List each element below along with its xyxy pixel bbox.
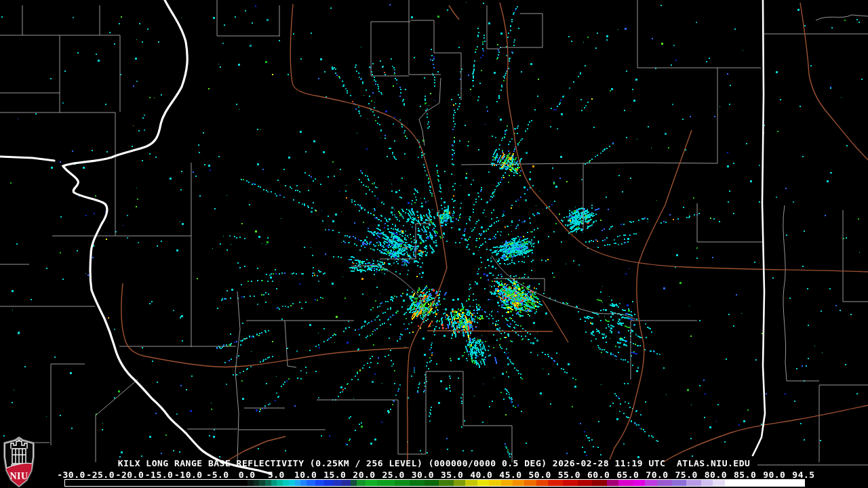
scale-tick-label: 30.0 (412, 470, 434, 479)
map-line (380, 216, 429, 259)
scale-tick-label: -5.0 (206, 470, 229, 479)
scale-tick-label: 80.0 (705, 470, 727, 479)
map-line (816, 15, 868, 20)
colorbar-segment (578, 480, 593, 486)
highways (121, 3, 868, 462)
map-line (235, 291, 240, 462)
colorbar-segment (454, 480, 466, 486)
scale-tick-label: 35.0 (441, 470, 463, 479)
colorbar-segment (563, 480, 578, 486)
colorbar-segment (333, 480, 342, 486)
scale-tick-label: 15.0 (323, 470, 346, 479)
map-line (542, 300, 568, 342)
map-line (449, 5, 459, 20)
map-line (96, 380, 138, 415)
colorbar-scale-labels: -30.0-25.0-20.0-15.0-10.0-5.00.05.010.01… (0, 470, 868, 479)
colorbar-segment (713, 480, 725, 486)
colorbar-segment (324, 480, 334, 486)
map-line (0, 157, 54, 161)
colorbar-segment (701, 480, 713, 486)
scale-tick-label: 75.0 (675, 470, 698, 479)
scale-tick-label: 85.0 (734, 470, 756, 479)
state-border-line (753, 0, 765, 455)
map-line (610, 130, 692, 460)
colorbar-segment (672, 480, 687, 486)
scale-tick-label: 25.0 (382, 470, 405, 479)
scale-tick-label: -15.0 (145, 470, 174, 479)
map-line (63, 0, 271, 474)
scale-tick-label: 55.0 (558, 470, 580, 479)
colorbar-segment (686, 480, 701, 486)
colorbar-segment (366, 480, 378, 486)
scale-tick-label: -10.0 (174, 470, 203, 479)
colorbar-segment (357, 480, 366, 486)
scale-tick-label: -30.0 (57, 470, 85, 479)
scale-tick-label: -20.0 (116, 470, 144, 479)
colorbar-segment (633, 480, 646, 486)
scale-tick-label: 45.0 (499, 470, 521, 479)
illinois-river-line (0, 0, 271, 474)
county-boundaries (0, 0, 868, 465)
map-line (427, 331, 553, 331)
map-line (408, 268, 447, 461)
colorbar-segment (607, 480, 619, 486)
scale-tick-label: 40.0 (470, 470, 492, 479)
map-line (500, 3, 868, 272)
colorbar-segment (536, 480, 549, 486)
colorbar-segment (342, 480, 351, 486)
map-line (351, 265, 425, 313)
map-line (121, 283, 409, 367)
colorbar-segment (377, 480, 395, 486)
colorbar-segment (725, 480, 805, 486)
scale-tick-label: 20.0 (353, 470, 375, 479)
map-line (753, 0, 765, 455)
radar-display: KILX LONG RANGE BASE REFLECTIVITY (0.25K… (0, 0, 868, 488)
colorbar-segment (465, 480, 477, 486)
scale-tick-label: 10.0 (294, 470, 317, 479)
colorbar-segment (645, 480, 657, 486)
colorbar-segment (513, 480, 525, 486)
map-line (800, 3, 868, 160)
map-line (419, 78, 441, 146)
scale-tick-label: 5.0 (268, 470, 285, 479)
reflectivity-colorbar (64, 479, 805, 487)
colorbar-segment (315, 480, 325, 486)
colorbar-segment (618, 480, 633, 486)
niu-logo-text: NIU (9, 471, 28, 481)
scale-tick-label: 94.5 (792, 470, 814, 479)
colorbar-segment (395, 480, 410, 486)
colorbar-segment (501, 480, 513, 486)
colorbar-segment (477, 480, 490, 486)
scale-tick-label: -25.0 (86, 470, 115, 479)
scale-tick-label: 65.0 (616, 470, 639, 479)
scale-tick-label: 0.0 (239, 470, 256, 479)
colorbar-segment (524, 480, 536, 486)
colorbar-segment (307, 480, 316, 486)
colorbar-segment (439, 480, 454, 486)
colorbar-segment (425, 480, 439, 486)
colorbar-segment (489, 480, 501, 486)
scale-tick-label: 60.0 (587, 470, 610, 479)
colorbar-segment (592, 480, 607, 486)
map-line (492, 256, 635, 319)
basemap-layer (0, 0, 868, 488)
scale-tick-label: 70.0 (646, 470, 668, 479)
niu-logo: NIU (2, 436, 36, 488)
product-title: KILX LONG RANGE BASE REFLECTIVITY (0.25K… (0, 459, 868, 468)
scale-tick-label: 90.0 (763, 470, 785, 479)
colorbar-segment (657, 480, 672, 486)
colorbar-segment (548, 480, 563, 486)
map-line (783, 205, 787, 381)
scale-tick-label: 50.0 (529, 470, 551, 479)
colorbar-segment (410, 480, 425, 486)
